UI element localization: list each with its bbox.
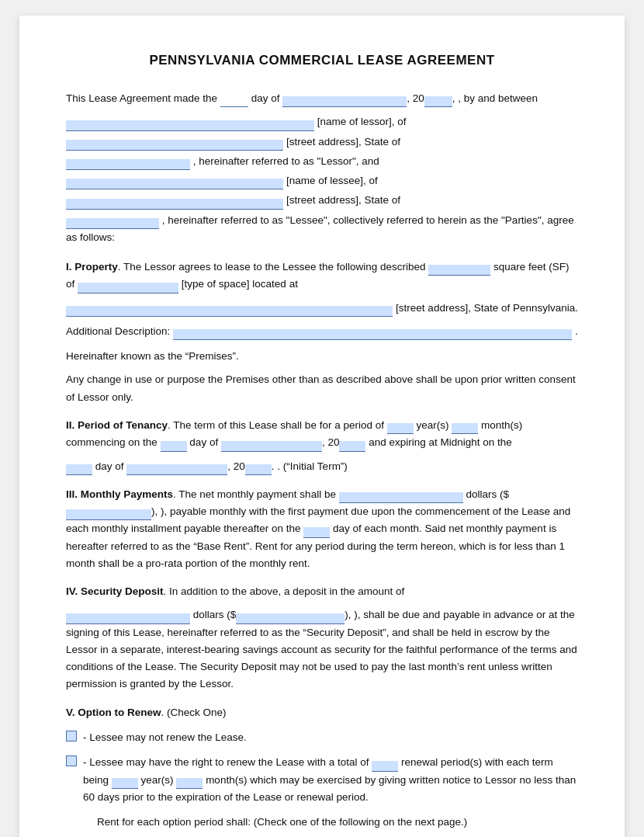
start-month-field[interactable] bbox=[221, 441, 322, 452]
s5-opt2-label: - Lessee may have the right to renew the… bbox=[83, 756, 369, 768]
s2-text1: . The term of this Lease shall be for a … bbox=[168, 419, 384, 431]
s3-text1: . The net monthly payment shall be bbox=[173, 488, 336, 500]
s2-para2: day of , 20. . (“Initial Term”) bbox=[66, 458, 578, 475]
payment-day-field[interactable] bbox=[303, 527, 330, 538]
s5-opt2-text: - Lessee may have the right to renew the… bbox=[83, 754, 578, 806]
months-field[interactable] bbox=[452, 423, 478, 434]
s1-para1: I. Property. The Lessor agrees to lease … bbox=[66, 259, 578, 293]
year-field-1[interactable] bbox=[424, 96, 452, 107]
section-1: I. Property. The Lessor agrees to lease … bbox=[66, 259, 578, 406]
document-content: This Lease Agreement made the day of , 2… bbox=[66, 90, 578, 831]
start-day-field[interactable] bbox=[161, 441, 187, 452]
s3-label: III. Monthly Payments bbox=[66, 488, 173, 500]
intro-text-1: This Lease Agreement made the bbox=[66, 92, 217, 104]
renewal-months-field[interactable] bbox=[176, 778, 203, 789]
s5-header: V. Option to Renew. (Check One) bbox=[66, 704, 578, 721]
lessor-name-field[interactable] bbox=[66, 120, 314, 131]
renewal-years-field[interactable] bbox=[112, 778, 138, 789]
s3-text2: dollars ($ bbox=[466, 488, 509, 500]
s4-text2: dollars ($ bbox=[193, 609, 237, 620]
intro-text-6: [street address], State of bbox=[286, 134, 400, 151]
intro-text-7: , hereinafter referred to as "Lessor", a… bbox=[193, 155, 379, 167]
s2-text6: and expiring at Midnight on the bbox=[369, 436, 512, 448]
start-year-field[interactable] bbox=[339, 441, 365, 452]
s5-label: V. Option to Renew bbox=[66, 707, 161, 718]
s5-opt1-label: - Lessee may not renew the Lease. bbox=[83, 729, 247, 746]
s4-text1: . In addition to the above, a deposit in… bbox=[164, 585, 405, 597]
section-2: II. Period of Tenancy. The term of this … bbox=[66, 417, 578, 475]
s2-label: II. Period of Tenancy bbox=[66, 419, 168, 431]
checkbox-no-renew[interactable] bbox=[66, 731, 77, 741]
lessee-state-field[interactable] bbox=[66, 218, 159, 229]
monthly-amount-words-field[interactable] bbox=[339, 492, 463, 503]
lessor-address-field[interactable] bbox=[66, 140, 283, 151]
renewal-periods-field[interactable] bbox=[372, 761, 398, 772]
s2-text7: day of bbox=[95, 460, 124, 472]
end-month-field[interactable] bbox=[126, 464, 227, 475]
intro-section: This Lease Agreement made the day of , 2… bbox=[66, 90, 578, 246]
sqft-field[interactable] bbox=[428, 265, 490, 276]
deposit-num-field[interactable] bbox=[236, 613, 345, 624]
month-field[interactable] bbox=[282, 96, 407, 107]
document-title: PENNSYLVANIA COMMERCIAL LEASE AGREEMENT bbox=[66, 53, 578, 68]
intro-para: This Lease Agreement made the day of , 2… bbox=[66, 90, 578, 107]
s5-option-1: - Lessee may not renew the Lease. bbox=[66, 729, 578, 746]
s2-para: II. Period of Tenancy. The term of this … bbox=[66, 417, 578, 452]
property-address-field[interactable] bbox=[66, 306, 393, 317]
additional-desc-field[interactable] bbox=[173, 329, 572, 340]
s1-known: Hereinafter known as the “Premises”. bbox=[66, 348, 578, 365]
section-3: III. Monthly Payments. The net monthly p… bbox=[66, 486, 578, 572]
lessee-name-field[interactable] bbox=[66, 179, 283, 189]
s4-label: IV. Security Deposit bbox=[66, 585, 164, 597]
section-4: IV. Security Deposit. In addition to the… bbox=[66, 583, 578, 693]
intro-text-2: day of bbox=[251, 92, 280, 104]
s4-para2: dollars ($), ), shall be due and payable… bbox=[66, 606, 578, 693]
intro-text-5: [name of lessor], of bbox=[317, 116, 407, 127]
document-page: PENNSYLVANIA COMMERCIAL LEASE AGREEMENT … bbox=[19, 16, 625, 837]
lessee-address-field[interactable] bbox=[66, 199, 283, 210]
lessor-state-field[interactable] bbox=[66, 159, 190, 170]
years-field[interactable] bbox=[387, 423, 414, 434]
intro-text-9: [street address], State of bbox=[286, 192, 400, 209]
s1-addl-label: Additional Description: bbox=[66, 323, 170, 340]
s2-text2: year(s) bbox=[416, 419, 448, 431]
s1-text3: [type of space] located at bbox=[182, 278, 298, 290]
checkbox-renew[interactable] bbox=[66, 755, 77, 766]
monthly-amount-num-field[interactable] bbox=[66, 509, 151, 520]
section-5: V. Option to Renew. (Check One) - Lessee… bbox=[66, 704, 578, 832]
s1-text4: [street address], State of Pennsylvania. bbox=[396, 300, 578, 317]
s4-para: IV. Security Deposit. In addition to the… bbox=[66, 583, 578, 600]
s1-change: Any change in use or purpose the Premise… bbox=[66, 371, 578, 406]
s1-label: I. Property bbox=[66, 261, 118, 273]
intro-text-8: [name of lessee], of bbox=[286, 172, 378, 189]
intro-text-4: , by and between bbox=[458, 92, 538, 104]
end-day-field[interactable] bbox=[66, 464, 92, 475]
end-year-field[interactable] bbox=[245, 464, 272, 475]
s5-option-2: - Lessee may have the right to renew the… bbox=[66, 754, 578, 806]
s1-text1: . The Lessor agrees to lease to the Less… bbox=[118, 261, 426, 273]
s5-text1: . (Check One) bbox=[161, 707, 227, 718]
s5-opt2c-label: year(s) bbox=[141, 774, 174, 786]
s2-text9: . (“Initial Term”) bbox=[277, 460, 348, 472]
space-type-field[interactable] bbox=[78, 283, 178, 293]
deposit-words-field[interactable] bbox=[66, 613, 190, 624]
s3-para: III. Monthly Payments. The net monthly p… bbox=[66, 486, 578, 572]
s2-text4: day of bbox=[189, 436, 218, 448]
day-field-1[interactable] bbox=[220, 96, 248, 107]
s5-options: - Lessee may not renew the Lease. - Less… bbox=[66, 729, 578, 806]
s5-rent-label: Rent for each option period shall: (Chec… bbox=[97, 814, 578, 831]
